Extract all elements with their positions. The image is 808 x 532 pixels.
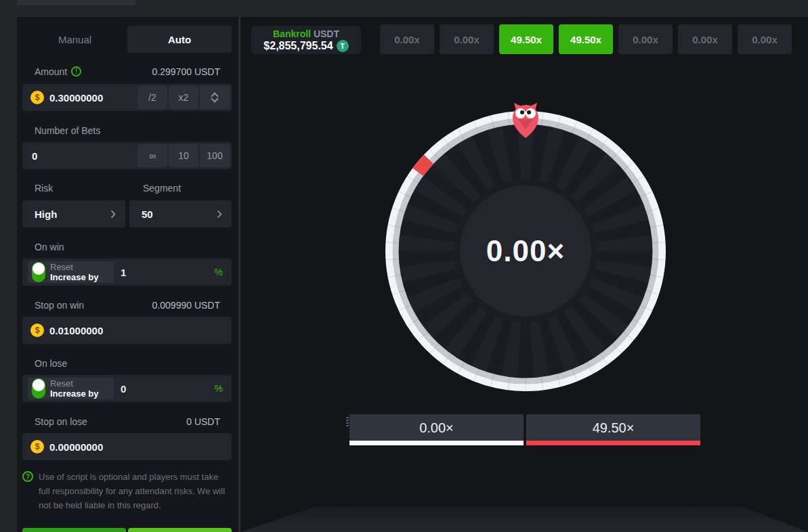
- amount-label: Amount !: [35, 66, 81, 77]
- amount-buttons: /2 x2: [137, 86, 230, 109]
- on-lose-label: On lose: [35, 358, 67, 369]
- bets-buttons: ∞ 10 100: [137, 144, 230, 167]
- chevron-right-icon: [217, 210, 222, 219]
- amount-stepper[interactable]: [200, 86, 230, 109]
- start-autobet-button-left[interactable]: [22, 528, 126, 532]
- stop-on-win-label-row: Stop on win 0.009990 USDT: [35, 299, 220, 311]
- bankroll-title: Bankroll USDT: [273, 28, 339, 39]
- outcome-lose-accent: [349, 441, 524, 445]
- segment-label: Segment: [143, 183, 181, 194]
- floor-shadow: [240, 507, 808, 532]
- bets-value[interactable]: 0: [32, 150, 37, 162]
- on-lose-label-row: On lose: [35, 357, 220, 369]
- risk-select[interactable]: High: [22, 200, 125, 227]
- tab-manual[interactable]: Manual: [22, 26, 127, 53]
- bankroll-amount: $2,855,795.54: [263, 40, 333, 52]
- stop-on-win-label: Stop on win: [35, 300, 84, 311]
- increase-by-option[interactable]: Increase by: [50, 272, 99, 282]
- tether-icon: T: [337, 40, 349, 52]
- toggle-icon[interactable]: [32, 378, 45, 399]
- bets-label-row: Number of Bets: [35, 125, 220, 136]
- game-area: Bankroll USDT $2,855,795.54 T 0.00x 0.00…: [240, 17, 808, 532]
- owl-pointer-icon: [509, 102, 542, 139]
- current-multiplier: 0.00×: [486, 234, 565, 268]
- start-autobet-button-right[interactable]: [128, 528, 232, 532]
- hundred-bets-button[interactable]: 100: [200, 144, 230, 167]
- bankroll-currency-code: USDT: [314, 28, 339, 39]
- amount-input[interactable]: $ 0.30000000 /2 x2: [22, 84, 232, 111]
- outcome-lose-label: 0.00×: [419, 420, 454, 436]
- stop-on-win-converted: 0.009990 USDT: [152, 300, 220, 311]
- half-bet-button[interactable]: /2: [137, 86, 167, 109]
- bankroll-label: Bankroll: [273, 28, 311, 39]
- infinite-bets-button[interactable]: ∞: [137, 144, 167, 167]
- on-win-control: Reset Increase by 1 %: [22, 259, 232, 286]
- reset-option[interactable]: Reset: [50, 378, 99, 389]
- increase-by-option[interactable]: Increase by: [50, 389, 99, 399]
- history-result[interactable]: 0.00x: [440, 24, 494, 54]
- wheel-hub: 0.00×: [454, 179, 597, 323]
- stop-on-lose-converted: 0 USDT: [186, 416, 220, 427]
- history-result[interactable]: 49.50x: [499, 24, 553, 54]
- history-result[interactable]: 0.00x: [738, 24, 792, 54]
- bets-input[interactable]: 0 ∞ 10 100: [22, 142, 232, 169]
- dollar-coin-icon: $: [30, 91, 44, 104]
- history-result[interactable]: 0.00x: [380, 24, 434, 54]
- on-win-value[interactable]: 1: [121, 267, 126, 278]
- on-win-label: On win: [35, 242, 64, 252]
- percent-sign: %: [215, 267, 223, 278]
- bet-action-buttons: [22, 528, 232, 532]
- reset-option[interactable]: Reset: [50, 262, 99, 272]
- double-bet-button[interactable]: x2: [169, 86, 198, 109]
- outcome-bar-win[interactable]: 49.50×: [526, 414, 700, 445]
- outcome-bar-lose[interactable]: 0.00×: [349, 414, 524, 445]
- bankroll-box[interactable]: Bankroll USDT $2,855,795.54 T: [251, 26, 361, 54]
- on-lose-toggle[interactable]: Reset Increase by: [28, 378, 114, 399]
- amount-label-row: Amount ! 0.299700 USDT: [35, 66, 220, 77]
- game-tab-remnant[interactable]: [17, 0, 135, 5]
- history-result[interactable]: 49.50x: [559, 24, 613, 54]
- risk-value: High: [35, 208, 57, 220]
- wheel-game-page: { "sidebar": { "tabs": { "manual": "Manu…: [0, 0, 808, 532]
- question-circle-icon: ?: [22, 471, 33, 482]
- info-icon[interactable]: !: [71, 66, 81, 76]
- percent-sign: %: [215, 383, 223, 394]
- outcome-bars: 0.00× 49.50×: [349, 414, 700, 445]
- tab-auto[interactable]: Auto: [127, 26, 232, 53]
- wheel-red-segment: [418, 159, 429, 172]
- risk-label: Risk: [35, 183, 53, 194]
- bankroll-amount-row: $2,855,795.54 T: [263, 40, 348, 52]
- stop-on-lose-label-row: Stop on lose 0 USDT: [35, 416, 220, 427]
- result-history: 0.00x 0.00x 49.50x 49.50x 0.00x 0.00x 0.…: [380, 24, 792, 54]
- on-lose-value[interactable]: 0: [121, 383, 126, 395]
- outcome-win-label: 49.50×: [593, 420, 635, 436]
- segment-select[interactable]: 50: [129, 200, 232, 227]
- stop-on-lose-input[interactable]: $ 0.00000000: [22, 433, 232, 460]
- history-result[interactable]: 0.00x: [618, 24, 673, 54]
- stop-on-win-input[interactable]: $ 0.01000000: [22, 317, 232, 344]
- toggle-icon[interactable]: [32, 262, 45, 282]
- bet-panel: Manual Auto Amount ! 0.299700 USDT $ 0.3…: [17, 17, 238, 532]
- dollar-coin-icon: $: [30, 324, 44, 337]
- wheel: 0.00×: [383, 109, 668, 393]
- outcome-win-accent: [526, 441, 700, 445]
- chevron-right-icon: [110, 210, 116, 219]
- script-disclaimer: ? Use of script is optional and players …: [22, 470, 229, 512]
- on-win-toggle-labels: Reset Increase by: [50, 262, 99, 282]
- history-result[interactable]: 0.00x: [678, 24, 732, 54]
- amount-value[interactable]: 0.30000000: [49, 92, 103, 104]
- stop-on-lose-label: Stop on lose: [35, 416, 87, 427]
- amount-converted: 0.299700 USDT: [152, 66, 220, 77]
- mode-tabs: Manual Auto: [22, 26, 232, 53]
- dollar-coin-icon: $: [30, 440, 44, 453]
- drag-handle-icon[interactable]: [346, 417, 349, 426]
- on-lose-toggle-labels: Reset Increase by: [50, 378, 99, 399]
- ten-bets-button[interactable]: 10: [169, 144, 198, 167]
- on-lose-control: Reset Increase by 0 %: [22, 375, 232, 402]
- stop-on-win-value[interactable]: 0.01000000: [49, 325, 103, 336]
- segment-value: 50: [142, 208, 153, 220]
- on-win-toggle[interactable]: Reset Increase by: [28, 261, 114, 283]
- on-win-label-row: On win: [35, 241, 220, 252]
- stop-on-lose-value[interactable]: 0.00000000: [49, 441, 103, 453]
- bets-label: Number of Bets: [35, 125, 100, 136]
